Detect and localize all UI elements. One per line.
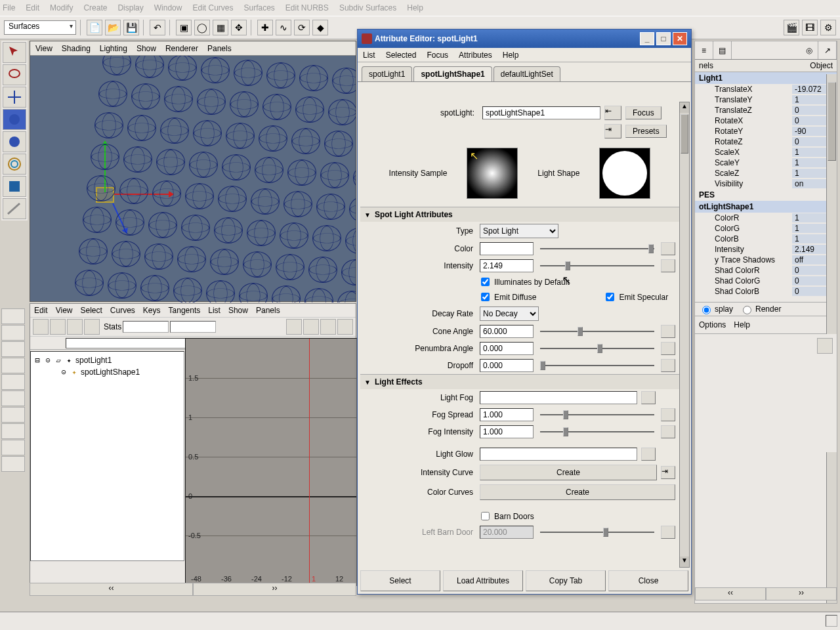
ge-tool2-icon[interactable] [50, 319, 66, 335]
vis-icon[interactable]: ⊝ [60, 368, 68, 377]
layout-four-icon[interactable] [1, 325, 25, 341]
window-titlebar[interactable]: Attribute Editor: spotLight1 _ □ ✕ [358, 30, 691, 48]
layer-area[interactable] [695, 334, 837, 452]
ge-keys[interactable]: Keys [143, 306, 161, 315]
wireframe-sphere[interactable] [116, 209, 144, 236]
channel-row[interactable]: Intensity2.149 [695, 244, 837, 255]
snap-grid-icon[interactable]: ✚ [257, 20, 273, 35]
lasso-tool-icon[interactable] [3, 64, 26, 85]
ch-options[interactable]: Options [699, 320, 726, 329]
focus-button[interactable]: Focus [625, 106, 662, 119]
wireframe-sphere[interactable] [87, 175, 116, 201]
select-button[interactable]: Select [360, 570, 440, 591]
snap-point-icon[interactable]: ⟳ [294, 20, 310, 35]
channel-row[interactable]: ColorG1 [695, 223, 837, 234]
snap-curve-icon[interactable]: ∿ [276, 20, 291, 35]
fog-intensity-slider[interactable] [540, 426, 654, 438]
load-attributes-button[interactable]: Load Attributes [443, 570, 523, 591]
menu-edit-curves[interactable]: Edit Curves [192, 3, 233, 12]
vp-shading[interactable]: Shading [62, 44, 91, 53]
wireframe-sphere[interactable] [353, 165, 356, 191]
wireframe-sphere[interactable] [140, 275, 169, 301]
select-tool-icon[interactable] [3, 42, 26, 63]
ipr-icon[interactable]: 🎞 [802, 20, 818, 35]
cone-map-icon[interactable] [661, 325, 675, 338]
soft-mod-tool-icon[interactable] [3, 176, 26, 197]
new-scene-icon[interactable]: 📄 [87, 20, 102, 35]
wireframe-sphere[interactable] [320, 162, 349, 188]
layout-outliner-icon[interactable] [1, 407, 25, 423]
intensity-sample-swatch[interactable] [467, 148, 518, 199]
wireframe-sphere[interactable] [243, 251, 272, 278]
menu-subdiv[interactable]: Subdiv Surfaces [339, 3, 396, 12]
wireframe-sphere[interactable] [316, 194, 345, 220]
color-curves-create-button[interactable]: Create [480, 484, 675, 500]
expand-icon[interactable]: ⊟ [33, 356, 41, 365]
wireframe-sphere[interactable] [328, 99, 356, 125]
render-radio[interactable]: Render [740, 304, 781, 314]
channel-row[interactable]: ScaleY1 [695, 158, 837, 168]
wireframe-sphere[interactable] [83, 207, 112, 233]
wireframe-sphere[interactable] [345, 228, 356, 254]
scroll-up-icon[interactable]: ▲ [680, 102, 689, 113]
wireframe-sphere[interactable] [197, 89, 226, 115]
barn-doors-checkbox[interactable]: Barn Doors [478, 510, 534, 522]
ge-tangents[interactable]: Tangents [169, 306, 201, 315]
scale-tool-icon[interactable] [3, 131, 26, 152]
wireframe-sphere[interactable] [119, 178, 148, 204]
status-toggle-icon[interactable] [826, 615, 837, 627]
wireframe-sphere[interactable] [168, 56, 197, 81]
ge-edit[interactable]: Edit [34, 306, 48, 315]
maximize-button[interactable]: □ [656, 32, 671, 45]
channel-row[interactable]: TranslateX-19.072 [695, 84, 837, 94]
color-swatch[interactable] [480, 242, 534, 255]
light-glow-map-icon[interactable] [641, 448, 656, 461]
ge-panels[interactable]: Panels [256, 306, 280, 315]
mode-selector[interactable]: Surfaces [4, 20, 76, 35]
dropoff-slider[interactable] [540, 360, 654, 371]
channel-row[interactable]: ColorB1 [695, 234, 837, 244]
wireframe-sphere[interactable] [259, 125, 287, 152]
light-shape-swatch[interactable] [599, 148, 650, 199]
last-tool-icon[interactable] [3, 198, 26, 219]
render-icon[interactable]: 🎬 [784, 20, 799, 35]
ae-menu-selected[interactable]: Selected [386, 51, 417, 60]
ae-menu-list[interactable]: List [363, 51, 375, 60]
viewport-canvas[interactable] [30, 56, 356, 303]
wireframe-sphere[interactable] [247, 220, 276, 246]
wireframe-sphere[interactable] [91, 144, 119, 170]
wireframe-sphere[interactable] [255, 157, 284, 183]
channel-row[interactable]: RotateX0 [695, 116, 837, 126]
wireframe-sphere[interactable] [266, 62, 295, 89]
wireframe-sphere[interactable] [276, 254, 304, 280]
channel-row[interactable]: TranslateY1 [695, 94, 837, 105]
ge-filter1-icon[interactable] [34, 337, 47, 349]
node-name-header[interactable]: Light1 [695, 72, 837, 84]
ch-help[interactable]: Help [734, 320, 750, 329]
wireframe-sphere[interactable] [98, 81, 127, 107]
ge-view[interactable]: View [56, 306, 73, 315]
new-layer-icon[interactable] [817, 338, 833, 354]
wireframe-sphere[interactable] [160, 117, 189, 144]
wireframe-sphere[interactable] [135, 56, 164, 78]
ch-scroll-left-icon[interactable]: ‹‹ [695, 587, 766, 600]
ae-menu-attributes[interactable]: Attributes [459, 51, 492, 60]
wireframe-sphere[interactable] [214, 217, 243, 243]
wireframe-sphere[interactable] [341, 259, 356, 285]
intensity-slider[interactable] [540, 260, 654, 272]
wireframe-sphere[interactable] [324, 131, 353, 157]
layout-persp-icon[interactable] [1, 390, 25, 406]
channel-row[interactable]: Shad ColorG0 [695, 276, 837, 286]
tab-spotlightshape1[interactable]: spotLightShape1 [413, 66, 492, 81]
layout-three-icon[interactable] [1, 374, 25, 390]
outliner-item-spotlightshape1[interactable]: ⊝ ✦ spotLightShape1 [33, 366, 181, 378]
fog-spread-field[interactable] [480, 408, 534, 421]
penumbra-map-icon[interactable] [661, 342, 675, 355]
menu-create[interactable]: Create [83, 3, 107, 12]
lasso-icon[interactable]: ◯ [194, 20, 210, 35]
menu-modify[interactable]: Modify [50, 3, 73, 12]
graph-outliner[interactable]: ⊟ ⊝ ▱ ✦ spotLight1 ⊝ ✦ spotLightShape1 [30, 351, 184, 561]
close-ae-button[interactable]: Close [608, 570, 688, 591]
wireframe-sphere[interactable] [112, 241, 140, 267]
copy-tab-button[interactable]: Copy Tab [526, 570, 606, 591]
